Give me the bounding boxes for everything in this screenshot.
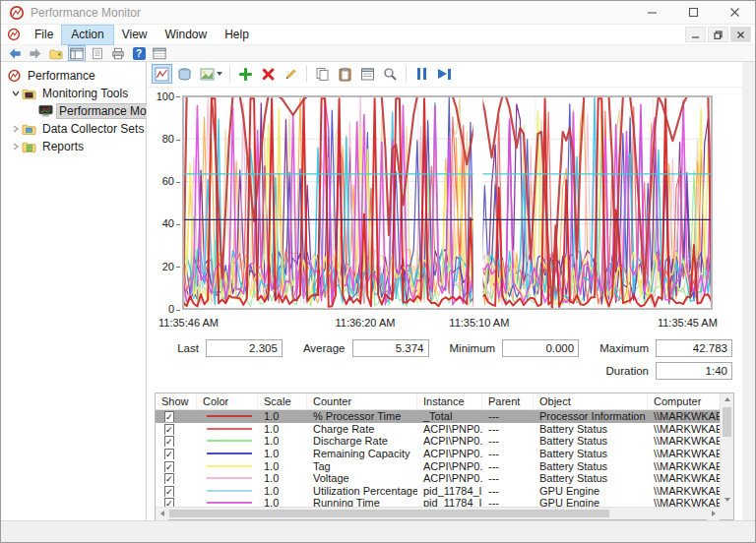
vertical-scroll-thumb[interactable]: [723, 407, 731, 437]
chevron-expanded-icon[interactable]: [11, 89, 21, 98]
forward-button[interactable]: [28, 46, 43, 60]
column-header-show[interactable]: Show: [156, 393, 197, 410]
color-cell: [197, 415, 258, 417]
chevron-collapsed-icon[interactable]: [11, 142, 21, 151]
column-header-scale[interactable]: Scale: [258, 393, 307, 410]
scroll-down-button[interactable]: [721, 494, 733, 507]
menu-file[interactable]: File: [26, 26, 62, 44]
tree-item-data-collector-sets[interactable]: Data Collector Sets: [1, 120, 146, 138]
add-counter-button[interactable]: [236, 65, 255, 83]
mdi-restore-button[interactable]: [708, 27, 728, 42]
table-row[interactable]: 1.0 Remaining Capacity ACPI\PNP0.. --- B…: [156, 448, 720, 460]
color-swatch-line: [207, 477, 252, 479]
y-axis-tick-label: 100: [151, 90, 180, 102]
console-tree: Performance Monitoring Tools Performance…: [1, 62, 147, 520]
window-title: Performance Monitor: [31, 6, 631, 20]
column-header-computer[interactable]: Computer: [648, 393, 720, 410]
parent-cell: ---: [482, 472, 534, 484]
change-graph-type-button[interactable]: [198, 65, 223, 83]
column-header-counter[interactable]: Counter: [307, 393, 417, 410]
object-cell: Battery Status: [534, 460, 648, 472]
table-row[interactable]: 1.0 Tag ACPI\PNP0.. --- Battery Status \…: [156, 459, 720, 472]
delete-counter-button[interactable]: [259, 65, 278, 83]
horizontal-scroll-track[interactable]: [610, 508, 707, 519]
update-data-button[interactable]: [435, 65, 454, 83]
view-log-data-button[interactable]: [175, 65, 194, 83]
paste-counter-list-button[interactable]: [336, 65, 354, 83]
color-cell: [197, 465, 258, 467]
average-label: Average: [303, 342, 346, 354]
menu-window[interactable]: Window: [157, 26, 217, 44]
close-button[interactable]: [714, 1, 755, 25]
show-hide-console-tree-button[interactable]: [69, 46, 85, 60]
table-row[interactable]: 1.0 Charge Rate ACPI\PNP0.. --- Battery …: [156, 423, 720, 436]
delete-x-icon: [262, 68, 275, 81]
color-swatch-line: [207, 415, 252, 417]
menu-action[interactable]: Action: [62, 26, 112, 44]
parent-cell: ---: [482, 410, 534, 422]
maximize-button[interactable]: [672, 1, 714, 25]
column-header-object[interactable]: Object: [534, 393, 648, 410]
column-header-instance[interactable]: Instance: [417, 393, 482, 410]
show-checkbox[interactable]: [164, 498, 174, 507]
object-cell: GPU Engine: [534, 485, 648, 497]
help-icon[interactable]: [131, 46, 147, 60]
copy-properties-button[interactable]: [313, 65, 332, 83]
menu-view[interactable]: View: [113, 26, 157, 44]
show-checkbox[interactable]: [164, 436, 174, 447]
show-checkbox[interactable]: [164, 486, 174, 497]
tree-item-monitoring-tools[interactable]: Monitoring Tools: [1, 85, 146, 102]
scroll-up-button[interactable]: [721, 393, 733, 406]
show-checkbox[interactable]: [164, 461, 174, 472]
color-swatch-line: [207, 440, 252, 442]
table-row[interactable]: 1.0 Voltage ACPI\PNP0.. --- Battery Stat…: [156, 472, 720, 485]
table-row[interactable]: 1.0 Utilization Percentage pid_11784_l..…: [156, 485, 720, 498]
show-checkbox[interactable]: [164, 411, 174, 422]
scale-cell: 1.0: [258, 485, 307, 497]
tree-item-performance-monitor[interactable]: Performance Monitor: [1, 102, 146, 120]
show-checkbox[interactable]: [164, 473, 174, 484]
tree-item-label: Monitoring Tools: [40, 87, 130, 100]
back-button[interactable]: [7, 46, 23, 60]
minimize-button[interactable]: [631, 1, 672, 25]
mdi-minimize-button[interactable]: [685, 27, 706, 42]
print-icon[interactable]: [110, 46, 126, 60]
table-row[interactable]: 1.0 Discharge Rate ACPI\PNP0.. --- Batte…: [156, 435, 720, 448]
table-row[interactable]: 1.0 Running Time pid_11784_l.. --- GPU E…: [156, 497, 720, 507]
scale-cell: 1.0: [258, 435, 307, 447]
vertical-scrollbar[interactable]: [720, 393, 733, 507]
scroll-left-button[interactable]: [156, 508, 168, 520]
vertical-scroll-track[interactable]: [721, 438, 733, 494]
scroll-right-button[interactable]: [707, 508, 720, 520]
counter-cell: Voltage: [307, 472, 417, 484]
color-cell: [197, 477, 258, 479]
show-cell: [156, 460, 197, 472]
freeze-display-button[interactable]: [412, 65, 431, 83]
table-row[interactable]: 1.0 % Processor Time _Total --- Processo…: [156, 410, 720, 423]
time-label: 11:35:10 AM: [449, 317, 509, 329]
show-checkbox[interactable]: [164, 449, 174, 459]
instance-cell: ACPI\PNP0..: [417, 448, 482, 459]
performance-graph[interactable]: 100806040200: [182, 95, 713, 310]
mdi-close-button[interactable]: [730, 27, 751, 42]
export-folder-icon[interactable]: [48, 46, 64, 60]
tree-item-reports[interactable]: Reports: [1, 138, 146, 155]
column-header-color[interactable]: Color: [197, 393, 258, 410]
show-checkbox[interactable]: [164, 424, 174, 435]
new-window-icon[interactable]: [152, 46, 167, 60]
horizontal-scroll-thumb[interactable]: [169, 510, 609, 517]
menu-help[interactable]: Help: [216, 26, 258, 44]
view-current-activity-button[interactable]: [153, 65, 171, 83]
instance-cell: pid_11784_l..: [417, 485, 482, 497]
column-header-parent[interactable]: Parent: [482, 393, 534, 410]
horizontal-scrollbar[interactable]: [156, 507, 720, 519]
performance-monitor-window: { "window": { "title": "Performance Moni…: [0, 0, 756, 543]
properties-button[interactable]: [358, 65, 377, 83]
computer-cell: \\MARKWKAELINM1: [648, 497, 720, 507]
tree-root-performance[interactable]: Performance: [1, 67, 146, 85]
properties-document-icon[interactable]: [90, 46, 105, 60]
color-swatch-line: [207, 490, 252, 492]
chevron-collapsed-icon[interactable]: [11, 124, 21, 134]
highlight-button[interactable]: [282, 65, 300, 83]
zoom-button[interactable]: [381, 65, 400, 83]
